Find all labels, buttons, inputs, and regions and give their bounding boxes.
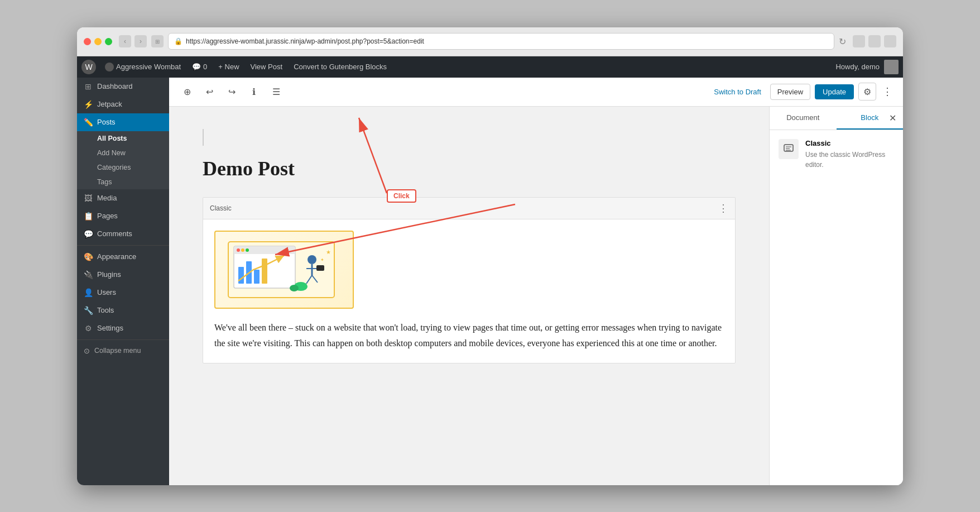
classic-block[interactable]: Classic ⋮	[203, 197, 736, 364]
user-avatar[interactable]	[884, 60, 899, 74]
tab-overview-button[interactable]: ⊞	[151, 35, 164, 47]
submenu-add-new[interactable]: Add New	[77, 146, 169, 160]
sidebar-comments-label: Comments	[97, 229, 132, 238]
svg-point-21	[290, 285, 299, 291]
minimize-button[interactable]	[94, 38, 102, 45]
classic-block-body: ★ ✦ We've all been there – stuck on a we…	[203, 219, 735, 363]
more-options-button[interactable]: ⋮	[881, 83, 894, 101]
topbar-comments[interactable]: 💬 0	[188, 56, 212, 78]
close-sidebar-button[interactable]: ✕	[887, 111, 899, 126]
address-bar[interactable]: 🔒 https://aggressive-wombat.jurassic.nin…	[168, 33, 834, 50]
sidebar-settings-label: Settings	[97, 324, 123, 332]
bookmark-button[interactable]	[868, 35, 881, 47]
submenu-categories[interactable]: Categories	[77, 160, 169, 175]
sidebar-divider-1	[77, 245, 169, 246]
sidebar-media-label: Media	[97, 194, 117, 202]
refresh-button[interactable]: ↻	[839, 36, 846, 47]
sidebar-item-pages[interactable]: 📋 Pages	[77, 207, 169, 225]
forward-button[interactable]: ›	[134, 35, 147, 47]
classic-block-title: Classic	[805, 139, 894, 147]
svg-text:★: ★	[326, 249, 331, 255]
sidebar-item-users[interactable]: 👤 Users	[77, 284, 169, 302]
browser-action-buttons	[853, 35, 896, 47]
wp-sidebar: ⊞ Dashboard ⚡ Jetpack ✏️ Posts All Posts…	[77, 78, 169, 485]
topbar-site[interactable]: Aggressive Wombat	[100, 56, 185, 78]
editor-main: Demo Post Classic ⋮	[169, 107, 769, 485]
posts-submenu: All Posts Add New Categories Tags	[77, 131, 169, 189]
settings-panel-button[interactable]: ⚙	[858, 83, 876, 101]
sidebar-item-posts[interactable]: ✏️ Posts	[77, 113, 169, 131]
undo-button[interactable]: ↩	[200, 83, 218, 101]
sidebar-item-dashboard[interactable]: ⊞ Dashboard	[77, 78, 169, 95]
secure-icon: 🔒	[174, 37, 182, 45]
back-button[interactable]: ‹	[119, 35, 131, 47]
sidebar-item-jetpack[interactable]: ⚡ Jetpack	[77, 95, 169, 113]
classic-block-panel-text: Classic Use the classic WordPress editor…	[805, 139, 894, 170]
svg-text:✦: ✦	[320, 257, 324, 262]
tab-document[interactable]: Document	[770, 107, 837, 130]
dashboard-icon: ⊞	[84, 82, 93, 91]
switch-to-draft-button[interactable]: Switch to Draft	[709, 84, 766, 99]
submenu-all-posts[interactable]: All Posts	[77, 131, 169, 146]
toolbar-right: Switch to Draft Preview Update ⚙ ⋮	[709, 83, 894, 101]
topbar-new[interactable]: + New	[214, 56, 243, 78]
comment-icon: 💬	[192, 63, 201, 71]
update-button[interactable]: Update	[815, 84, 854, 99]
sidebar-panel-tabs: Document Block ✕	[770, 107, 903, 130]
view-post-label: View Post	[251, 63, 283, 71]
classic-image: ★ ✦	[214, 231, 354, 309]
users-icon: 👤	[84, 288, 93, 297]
browser-chrome: ‹ › ⊞ 🔒 https://aggressive-wombat.jurass…	[77, 27, 903, 56]
sidebar-item-settings[interactable]: ⚙ Settings	[77, 319, 169, 337]
classic-icon-svg	[783, 143, 794, 155]
share-button[interactable]	[853, 35, 865, 47]
collapse-menu[interactable]: ⊙ Collapse menu	[77, 342, 169, 360]
wp-topbar: W Aggressive Wombat 💬 0 + New View Post	[77, 56, 903, 78]
site-name: Aggressive Wombat	[116, 63, 181, 71]
classic-block-options[interactable]: ⋮	[718, 202, 728, 214]
posts-icon: ✏️	[84, 118, 93, 127]
howdy-text: Howdy, demo	[835, 63, 880, 71]
sidebar-item-appearance[interactable]: 🎨 Appearance	[77, 248, 169, 266]
post-title[interactable]: Demo Post	[203, 157, 736, 180]
plugins-icon: 🔌	[84, 270, 93, 279]
jetpack-icon: ⚡	[84, 100, 93, 109]
svg-point-7	[241, 248, 244, 252]
media-icon: 🖼	[84, 194, 93, 203]
maximize-button[interactable]	[105, 38, 112, 45]
sidebar-item-media[interactable]: 🖼 Media	[77, 189, 169, 207]
svg-point-8	[246, 248, 249, 252]
add-block-button[interactable]: ⊕	[178, 83, 196, 101]
wp-editor: ⊕ ↩ ↪ ℹ ☰ Switch to Draft Preview Update…	[169, 78, 903, 485]
close-button[interactable]	[84, 38, 91, 45]
svg-rect-19	[316, 265, 324, 271]
comments-icon: 💬	[84, 229, 93, 238]
sidebar-item-plugins[interactable]: 🔌 Plugins	[77, 266, 169, 284]
wp-main: ⊞ Dashboard ⚡ Jetpack ✏️ Posts All Posts…	[77, 78, 903, 485]
list-view-button[interactable]: ☰	[267, 83, 285, 101]
editor-toolbar: ⊕ ↩ ↪ ℹ ☰ Switch to Draft Preview Update…	[169, 78, 903, 107]
sidebar-item-comments[interactable]: 💬 Comments	[77, 225, 169, 243]
sidebar-item-tools[interactable]: 🔧 Tools	[77, 302, 169, 319]
svg-rect-12	[262, 259, 267, 284]
browser-window-controls	[84, 38, 112, 45]
svg-point-14	[308, 255, 316, 264]
comment-count: 0	[203, 63, 207, 71]
topbar-right: Howdy, demo	[835, 60, 899, 74]
sidebar-appearance-label: Appearance	[97, 252, 136, 261]
site-icon	[105, 63, 114, 71]
wp-logo: W	[81, 60, 96, 74]
submenu-tags[interactable]: Tags	[77, 175, 169, 189]
svg-rect-9	[238, 267, 244, 284]
topbar-convert[interactable]: Convert to Gutenberg Blocks	[289, 56, 391, 78]
more-button[interactable]	[884, 35, 896, 47]
redo-button[interactable]: ↪	[223, 83, 241, 101]
sidebar-users-label: Users	[97, 288, 116, 296]
info-button[interactable]: ℹ	[245, 83, 263, 101]
sidebar-tools-label: Tools	[97, 306, 114, 314]
editor-sidebar: Document Block ✕	[769, 107, 903, 485]
appearance-icon: 🎨	[84, 252, 93, 261]
url-text: https://aggressive-wombat.jurassic.ninja…	[186, 37, 424, 45]
preview-button[interactable]: Preview	[770, 84, 810, 100]
topbar-view-post[interactable]: View Post	[246, 56, 287, 78]
